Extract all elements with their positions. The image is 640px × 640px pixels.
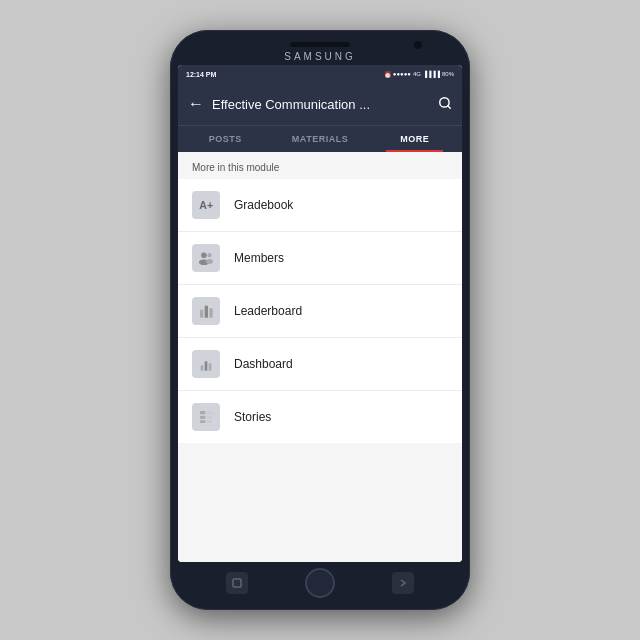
- network-type: 4G: [413, 71, 421, 77]
- svg-rect-15: [200, 420, 205, 423]
- status-bar: 12:14 PM ⏰ ●●●●● 4G ▐▐▐▐ 80%: [178, 65, 462, 83]
- phone-top-bar: [178, 42, 462, 47]
- home-button[interactable]: [305, 568, 335, 598]
- content-area: More in this module A+ Gradebook: [178, 152, 462, 562]
- phone-bottom-bar: [178, 568, 462, 598]
- list-item[interactable]: Stories: [178, 391, 462, 443]
- svg-rect-7: [200, 310, 203, 318]
- dashboard-label: Dashboard: [234, 357, 293, 371]
- stories-icon: [192, 403, 220, 431]
- nav-back-button[interactable]: [226, 572, 248, 594]
- status-icons: ⏰ ●●●●● 4G ▐▐▐▐ 80%: [384, 71, 454, 78]
- tab-more[interactable]: MORE: [367, 126, 462, 152]
- svg-line-1: [448, 105, 451, 108]
- svg-rect-9: [209, 308, 212, 317]
- list-item[interactable]: Dashboard: [178, 338, 462, 391]
- tab-materials[interactable]: MATERIALS: [273, 126, 368, 152]
- speaker: [290, 42, 350, 47]
- leaderboard-icon: [192, 297, 220, 325]
- battery-level: 80%: [442, 71, 454, 77]
- back-button[interactable]: ←: [188, 96, 204, 112]
- list-item[interactable]: Members: [178, 232, 462, 285]
- svg-point-4: [207, 253, 211, 257]
- members-icon: [192, 244, 220, 272]
- tab-posts[interactable]: POSTS: [178, 126, 273, 152]
- svg-text:A+: A+: [199, 199, 213, 211]
- svg-rect-16: [207, 411, 212, 414]
- list-item[interactable]: Leaderboard: [178, 285, 462, 338]
- status-time: 12:14 PM: [186, 71, 216, 78]
- app-header: ← Effective Communication ...: [178, 83, 462, 125]
- gradebook-icon: A+: [192, 191, 220, 219]
- front-camera: [414, 41, 422, 49]
- leaderboard-label: Leaderboard: [234, 304, 302, 318]
- menu-list: A+ Gradebook Members: [178, 179, 462, 443]
- tabs-bar: POSTS MATERIALS MORE: [178, 125, 462, 152]
- screen: 12:14 PM ⏰ ●●●●● 4G ▐▐▐▐ 80% ← Effective…: [178, 65, 462, 562]
- signal-text: ●●●●●: [393, 71, 411, 77]
- members-label: Members: [234, 251, 284, 265]
- brand-label: SAMSUNG: [284, 51, 356, 62]
- search-button[interactable]: [438, 96, 452, 113]
- dashboard-icon: [192, 350, 220, 378]
- svg-rect-8: [205, 306, 208, 318]
- svg-rect-14: [200, 416, 205, 419]
- svg-point-3: [201, 252, 207, 258]
- svg-rect-17: [207, 416, 212, 419]
- phone-device: SAMSUNG 12:14 PM ⏰ ●●●●● 4G ▐▐▐▐ 80% ← E…: [170, 30, 470, 610]
- svg-rect-19: [233, 579, 241, 587]
- section-label: More in this module: [178, 152, 462, 179]
- gradebook-label: Gradebook: [234, 198, 293, 212]
- alarm-icon: ⏰: [384, 71, 391, 78]
- svg-rect-18: [207, 420, 212, 423]
- svg-rect-11: [205, 361, 208, 370]
- nav-forward-button[interactable]: [392, 572, 414, 594]
- svg-point-6: [206, 259, 213, 264]
- wifi-bars: ▐▐▐▐: [423, 71, 440, 77]
- stories-label: Stories: [234, 410, 271, 424]
- svg-rect-12: [209, 363, 212, 370]
- svg-rect-13: [200, 411, 205, 414]
- list-item[interactable]: A+ Gradebook: [178, 179, 462, 232]
- page-title: Effective Communication ...: [212, 97, 430, 112]
- svg-rect-10: [201, 365, 204, 370]
